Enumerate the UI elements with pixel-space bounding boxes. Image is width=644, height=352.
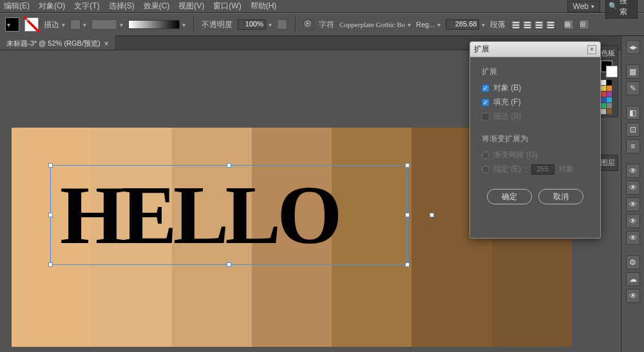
gradient-picker[interactable]	[128, 20, 185, 29]
selection-handle[interactable]	[48, 163, 53, 168]
eye-visibility-icon[interactable]: 👁	[626, 197, 640, 211]
selection-handle[interactable]	[430, 213, 434, 217]
checkbox-object[interactable]: ✓对象 (B)	[482, 83, 589, 93]
menu-text[interactable]: 文字(T)	[74, 1, 99, 12]
menu-object[interactable]: 对象(O)	[39, 1, 65, 12]
font-size-dd[interactable]: 285.68	[446, 19, 485, 30]
dialog-section-label: 扩展	[482, 66, 589, 77]
opacity-dd[interactable]: 100%	[238, 19, 272, 30]
checkbox-stroke: 描边 (S)	[482, 111, 589, 122]
dialog-title: 扩展	[474, 44, 489, 55]
paragraph-align-icons[interactable]	[511, 20, 556, 29]
selection-handle[interactable]	[227, 262, 231, 267]
selection-handle[interactable]	[405, 163, 410, 168]
close-tab-icon[interactable]: ×	[104, 39, 109, 48]
separator	[193, 16, 194, 33]
swatches-panel-title: 色板	[601, 48, 615, 58]
menu-bar: 编辑(E) 对象(O) 文字(T) 选择(S) 效果(C) 视图(V) 窗口(W…	[0, 0, 644, 13]
menu-effect[interactable]: 效果(C)	[144, 1, 170, 12]
eye-visibility-icon[interactable]: 👁	[626, 289, 640, 303]
expand-dialog: 扩展 × 扩展 ✓对象 (B) ✓填充 (F) 描边 (S) 将渐变扩展为 渐变…	[469, 41, 601, 239]
document-tab[interactable]: 未标题-3* @ 52% (RGB/预览) ×	[0, 35, 116, 50]
selection-handle[interactable]	[48, 213, 53, 217]
style-icon[interactable]	[277, 19, 287, 30]
opacity-label: 不透明度	[202, 19, 232, 30]
selection-handle[interactable]	[227, 163, 231, 168]
radio-specify: 指定 (E): 255 对象	[482, 164, 589, 175]
menu-select[interactable]: 选择(S)	[109, 1, 135, 12]
eye-visibility-icon[interactable]: 👁	[626, 181, 640, 195]
dialog-section-label: 将渐变扩展为	[482, 133, 589, 144]
selection-handle[interactable]	[405, 213, 410, 217]
panel-icon[interactable]: ▦	[626, 64, 640, 79]
stroke-color-swatch[interactable]	[24, 17, 39, 32]
dialog-titlebar[interactable]: 扩展 ×	[470, 42, 600, 57]
menu-view[interactable]: 视图(V)	[178, 1, 204, 12]
eye-visibility-icon[interactable]: 👁	[626, 164, 640, 178]
stroke-style-dd[interactable]	[91, 19, 123, 30]
layers-panel-title: 图层	[601, 158, 615, 168]
swatch-grid[interactable]	[601, 80, 615, 114]
paragraph-label: 段落	[490, 19, 506, 30]
ok-button[interactable]: 确定	[487, 189, 532, 204]
eye-visibility-icon[interactable]: 👁	[626, 231, 640, 245]
panel-icon[interactable]: ⊡	[626, 122, 640, 137]
right-icon-bar: ◂▸ ▦ ✎ ◧ ⊡ ≡ 👁 👁 👁 👁 👁 ⚙ ☁ 👁	[621, 36, 644, 352]
search-input[interactable]: 🔍搜索	[605, 0, 638, 19]
align-panel-icon[interactable]: ▦	[564, 19, 574, 30]
transform-panel-icon[interactable]: ⊞	[579, 19, 589, 30]
workspace-dropdown[interactable]: Web	[567, 1, 600, 12]
stroke-label[interactable]: 描边	[44, 19, 65, 30]
fill-stroke-indicator[interactable]	[601, 61, 618, 77]
link-icon[interactable]: ⦿	[303, 19, 314, 30]
stroke-width-dd[interactable]	[70, 19, 86, 30]
selection-handle[interactable]	[405, 262, 410, 267]
cancel-button[interactable]: 取消	[538, 189, 583, 204]
panel-toggle-icon[interactable]: ◂▸	[626, 40, 640, 54]
gear-icon[interactable]: ⚙	[626, 255, 640, 269]
cloud-icon[interactable]: ☁	[626, 272, 640, 286]
panel-icon[interactable]: ◧	[626, 106, 640, 120]
close-icon[interactable]: ×	[587, 45, 596, 54]
selection-handle[interactable]	[48, 262, 53, 267]
selection-bounding-box[interactable]	[50, 165, 408, 265]
fill-color-swatch[interactable]	[5, 17, 19, 32]
panel-icon[interactable]: ≡	[626, 139, 640, 153]
specify-count-input: 255	[531, 164, 554, 175]
radio-gradient-mesh: 渐变网格 (G)	[482, 150, 589, 161]
menu-edit[interactable]: 编辑(E)	[4, 1, 30, 12]
separator	[295, 16, 296, 33]
menu-help[interactable]: 帮助(H)	[251, 1, 277, 12]
brush-panel-icon[interactable]: ✎	[626, 81, 640, 95]
font-family-dd[interactable]: Copperplate Gothic Bo	[339, 21, 411, 28]
charset-label: 字符	[319, 19, 334, 30]
checkbox-fill[interactable]: ✓填充 (F)	[482, 97, 589, 108]
doc-tab-title: 未标题-3* @ 52% (RGB/预览)	[6, 39, 100, 48]
menu-window[interactable]: 窗口(W)	[213, 1, 241, 12]
eye-visibility-icon[interactable]: 👁	[626, 214, 640, 228]
font-style-dd[interactable]: Reg...	[416, 21, 440, 28]
options-bar: 描边 不透明度 100% ⦿ 字符 Copperplate Gothic Bo …	[0, 13, 644, 36]
